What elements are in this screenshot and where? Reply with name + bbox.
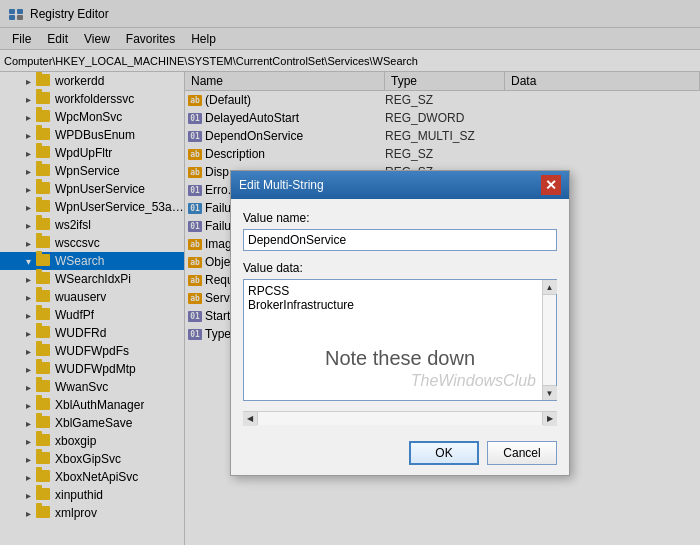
dialog-hscrollbar: ◀ ▶: [243, 411, 557, 425]
value-name-label: Value name:: [243, 211, 557, 225]
scrollbar-track[interactable]: [543, 294, 556, 386]
value-data-scrollbar: ▲ ▼: [542, 280, 556, 400]
ok-button[interactable]: OK: [409, 441, 479, 465]
scrollbar-down-arrow[interactable]: ▼: [543, 386, 557, 400]
hscrollbar-right-arrow[interactable]: ▶: [543, 412, 557, 426]
hscrollbar-left-arrow[interactable]: ◀: [243, 412, 257, 426]
dialog-body: Value name: Value data: RPCSS BrokerInfr…: [231, 199, 569, 437]
hscrollbar-track[interactable]: [257, 412, 543, 425]
dialog-close-button[interactable]: ✕: [541, 175, 561, 195]
dialog-title-bar: Edit Multi-String ✕: [231, 171, 569, 199]
value-data-label: Value data:: [243, 261, 557, 275]
cancel-button[interactable]: Cancel: [487, 441, 557, 465]
dialog-footer: OK Cancel: [231, 437, 569, 475]
value-data-wrap: RPCSS BrokerInfrastructure ▲ ▼ TheWindow…: [243, 279, 557, 401]
edit-multistring-dialog: Edit Multi-String ✕ Value name: Value da…: [230, 170, 570, 476]
dialog-title: Edit Multi-String: [239, 178, 541, 192]
value-name-input[interactable]: [243, 229, 557, 251]
scrollbar-up-arrow[interactable]: ▲: [543, 280, 557, 294]
value-data-input[interactable]: RPCSS BrokerInfrastructure: [244, 280, 542, 400]
